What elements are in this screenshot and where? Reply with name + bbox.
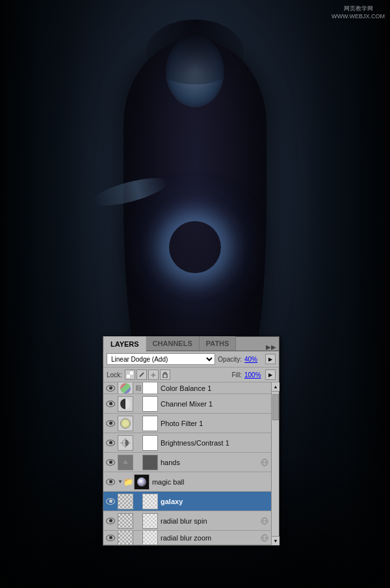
checkerboard-icon <box>127 371 133 378</box>
chain-icon <box>135 531 142 544</box>
panel-options-button[interactable]: ▶▶ <box>263 343 279 351</box>
eye-icon <box>106 479 115 485</box>
opacity-label: Opacity: <box>218 356 242 363</box>
opacity-value[interactable]: 40% <box>244 356 263 363</box>
list-item[interactable]: radial blur spin <box>103 511 271 531</box>
layer-thumbnail <box>118 494 133 509</box>
layer-list: ⛓ Color Balance 1 Channel Mixer 1 <box>103 382 271 545</box>
chain-icon <box>135 417 142 430</box>
layer-mask <box>142 531 158 545</box>
globe-icon-svg <box>261 517 268 525</box>
panel-toolbar-blend: Linear Dodge (Add) Opacity: 40% ▶ <box>103 351 279 368</box>
blend-mode-select[interactable]: Linear Dodge (Add) <box>107 353 215 365</box>
channel-mixer-icon <box>120 399 131 409</box>
lock-position-button[interactable]: ✛ <box>148 369 159 380</box>
list-item[interactable]: ⛓ Color Balance 1 <box>103 382 271 394</box>
list-item[interactable]: Brightness/Contrast 1 <box>103 433 271 453</box>
eye-icon <box>106 498 115 505</box>
layer-mask <box>142 435 158 451</box>
eye-icon <box>106 518 115 524</box>
layer-name: Brightness/Contrast 1 <box>161 439 270 447</box>
folder-icon: 📁 <box>124 477 133 487</box>
eye-icon <box>106 401 115 407</box>
svg-text:✛: ✛ <box>151 372 156 378</box>
layer-visibility-toggle[interactable] <box>105 532 116 544</box>
group-expand-triangle[interactable]: ▼ <box>118 479 123 485</box>
layer-thumbnail <box>118 382 133 394</box>
scrollbar-down-button[interactable]: ▼ <box>272 536 280 545</box>
eye-icon <box>106 420 115 427</box>
layer-visibility-toggle[interactable] <box>105 382 116 394</box>
layer-name: radial blur zoom <box>161 534 259 542</box>
tab-paths[interactable]: PATHS <box>200 336 237 351</box>
fill-value[interactable]: 100% <box>244 371 263 379</box>
chain-icon <box>135 397 142 410</box>
layer-thumbnail <box>118 396 133 412</box>
list-item[interactable]: ▼ 📁 magic ball <box>103 472 271 492</box>
layers-panel: LAYERS CHANNELS PATHS ▶▶ Linear Dodge (A… <box>103 336 280 546</box>
fill-arrow-button[interactable]: ▶ <box>265 369 276 380</box>
lock-image-button[interactable] <box>136 369 147 380</box>
chain-icon <box>135 514 142 528</box>
layer-visibility-toggle[interactable] <box>105 437 116 449</box>
chain-icon <box>135 436 142 449</box>
globe-icon <box>259 533 270 543</box>
list-item[interactable]: galaxy <box>103 492 271 511</box>
lock-icons: ✛ <box>125 369 170 380</box>
move-icon: ✛ <box>150 371 157 378</box>
layer-mask <box>142 416 158 431</box>
svg-line-4 <box>140 373 144 377</box>
layer-thumbnail <box>118 435 133 451</box>
layer-name: hands <box>161 459 259 466</box>
layer-visibility-toggle[interactable] <box>105 476 116 488</box>
scrollbar-up-button[interactable]: ▲ <box>272 382 280 392</box>
globe-icon <box>259 516 270 526</box>
layer-thumbnail <box>118 416 133 431</box>
scrollbar-thumb[interactable] <box>272 394 279 420</box>
layer-visibility-toggle[interactable] <box>105 418 116 429</box>
eye-icon <box>106 459 115 466</box>
list-item[interactable]: radial blur zoom <box>103 531 271 545</box>
layer-visibility-toggle[interactable] <box>105 496 116 507</box>
layer-visibility-toggle[interactable] <box>105 457 116 468</box>
lock-label: Lock: <box>107 371 122 379</box>
brightness-icon <box>120 437 131 449</box>
layer-name: radial blur spin <box>161 517 259 525</box>
layer-mask <box>142 513 158 529</box>
globe-icon-svg <box>261 534 268 542</box>
globe-icon <box>259 457 270 468</box>
layer-visibility-toggle[interactable] <box>105 515 116 527</box>
tab-channels[interactable]: CHANNELS <box>146 336 200 351</box>
eye-icon <box>106 385 115 392</box>
chain-icon: ⛓ <box>135 382 142 394</box>
scrollbar-track <box>272 394 279 539</box>
list-item[interactable]: hands <box>103 453 271 472</box>
lock-icon <box>162 371 168 378</box>
fill-label: Fill: <box>231 371 242 379</box>
chain-icon <box>135 456 142 469</box>
brush-icon <box>138 371 145 378</box>
layer-mask <box>142 382 158 394</box>
list-item[interactable]: Channel Mixer 1 <box>103 394 271 414</box>
layer-name: Channel Mixer 1 <box>161 400 270 408</box>
hands-thumbnail <box>119 456 132 469</box>
lock-transparent-button[interactable] <box>125 369 135 380</box>
layer-visibility-toggle[interactable] <box>105 398 116 410</box>
lock-all-button[interactable] <box>160 369 170 380</box>
layer-thumbnail <box>118 513 133 529</box>
panel-toolbar-lock: Lock: ✛ <box>103 368 279 382</box>
svg-rect-0 <box>127 371 130 375</box>
list-item[interactable]: Photo Filter 1 <box>103 414 271 433</box>
layer-name: galaxy <box>161 498 270 505</box>
svg-rect-1 <box>130 375 133 378</box>
globe-icon-svg <box>261 459 268 466</box>
layer-thumbnail <box>118 531 133 545</box>
layer-mask <box>142 396 158 412</box>
layer-name: magic ball <box>152 478 270 486</box>
opacity-arrow-button[interactable]: ▶ <box>265 354 276 364</box>
eye-icon <box>106 535 115 541</box>
tab-layers[interactable]: LAYERS <box>103 336 146 351</box>
chain-icon <box>135 495 142 508</box>
svg-rect-3 <box>127 375 130 378</box>
eye-icon <box>106 440 115 446</box>
